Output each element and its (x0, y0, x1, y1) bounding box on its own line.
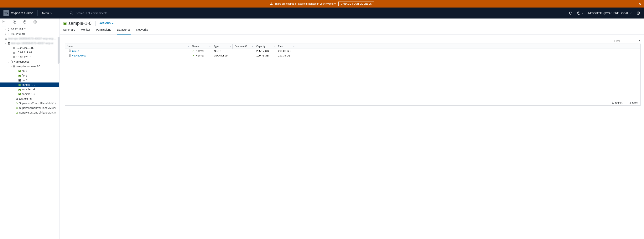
user-menu[interactable]: Administrator@VSPHERE.LOCAL (588, 12, 632, 15)
chevron-down-icon[interactable]: ⌄ (273, 45, 275, 47)
grid-empty-space (65, 58, 640, 100)
host-icon: ▯ (7, 28, 10, 31)
help-button[interactable] (577, 11, 583, 15)
filter-row (65, 39, 640, 43)
chevron-down-icon[interactable]: ⌄ (2, 37, 4, 40)
inventory-nav-tabs (0, 19, 60, 26)
refresh-button[interactable] (569, 11, 572, 15)
feedback-button[interactable] (636, 11, 640, 15)
col-type[interactable]: Type⌄ (212, 44, 233, 49)
host-warn-icon: ▯ (12, 46, 16, 49)
vm-icon: ⧉ (15, 102, 18, 105)
chevron-down-icon[interactable]: ⌄ (188, 45, 189, 47)
tree-pod[interactable]: ▣fio-2 (0, 78, 59, 83)
tree-namespaces[interactable]: ⌄◯Namespaces (0, 59, 59, 64)
search-icon (70, 11, 73, 15)
chevron-down-icon (112, 22, 114, 25)
tab-permissions[interactable]: Permissions (96, 28, 111, 35)
nav-hosts-clusters[interactable] (2, 18, 6, 27)
check-icon: ✓ (192, 54, 194, 57)
tab-networks[interactable]: Networks (136, 28, 148, 35)
tab-monitor[interactable]: Monitor (81, 28, 90, 35)
datastore-link[interactable]: vSANDirect (72, 54, 86, 57)
col-spacer (296, 44, 640, 49)
vm-icon: ⧉ (15, 111, 18, 114)
col-status[interactable]: Status⌄ (190, 44, 212, 49)
pod-icon: ▣ (63, 21, 67, 26)
tree-host[interactable]: ▯10.92.119.61 (0, 50, 59, 55)
search-wrap (70, 11, 569, 15)
chevron-right-icon[interactable]: › (4, 33, 7, 35)
tree-pod[interactable]: ▣sample-1-1 (0, 87, 59, 92)
actions-menu[interactable]: ACTIONS (99, 22, 114, 25)
export-button[interactable]: Export (611, 101, 622, 104)
datacenter-icon: ▦ (7, 42, 10, 45)
menu-label: Menu (42, 12, 49, 15)
tree-pod[interactable]: ▣sample-1-2 (0, 92, 59, 96)
svg-point-6 (637, 12, 640, 15)
item-count: 2 items (630, 101, 638, 104)
col-name[interactable]: Name↑⌄ (65, 44, 190, 49)
close-icon[interactable]: ✕ (638, 2, 641, 6)
pod-icon: ▣ (18, 83, 21, 86)
grid-header: Name↑⌄ Status⌄ Type⌄ Datastore Cl...⌄ Ca… (65, 44, 640, 49)
search-input[interactable] (76, 12, 153, 15)
chevron-down-icon (630, 12, 632, 14)
object-tabs: Summary Monitor Permissions Datastores N… (60, 28, 644, 35)
tree-vm[interactable]: ⧉SupervisorControlPlaneVM (2) (0, 106, 59, 110)
host-warn-icon: ▯ (12, 56, 16, 59)
title-bar: ▣ sample-1-0 ACTIONS (60, 19, 644, 28)
manage-licenses-button[interactable]: Manage Your Licenses (338, 2, 374, 6)
nav-vms-templates[interactable] (12, 19, 16, 26)
inventory-tree: ›▯10.92.124.41 ›▯10.92.96.94 ⌄▤test-vpx-… (0, 26, 60, 239)
tree-host[interactable]: ▯10.92.126.7 (0, 55, 59, 59)
filter-icon[interactable] (638, 39, 640, 43)
scrollbar[interactable] (58, 37, 60, 64)
tree-namespace[interactable]: ⊞test-ext-ns (0, 96, 59, 101)
table-row[interactable]: 🗄nfs0-1 ✓Normal NFS 3 295.17 GB 263.03 G… (65, 49, 640, 53)
chevron-right-icon[interactable]: › (4, 28, 7, 31)
nav-networking[interactable] (33, 19, 37, 26)
col-capacity[interactable]: Capacity⌄ (254, 44, 276, 49)
col-datastore-cluster[interactable]: Datastore Cl...⌄ (233, 44, 254, 49)
nav-storage[interactable] (22, 19, 27, 26)
svg-point-8 (638, 13, 639, 13)
check-icon: ✓ (192, 50, 194, 53)
table-row[interactable]: 🗄vSANDirect ✓Normal vSAN Direct 199.75 G… (65, 53, 640, 58)
tab-content: Name↑⌄ Status⌄ Type⌄ Datastore Cl...⌄ Ca… (60, 35, 644, 239)
app-header: vm vSphere Client Menu Administrator@VSP… (0, 8, 644, 19)
chevron-down-icon (582, 12, 583, 14)
chevron-down-icon[interactable]: ⌄ (230, 45, 231, 47)
tree-host[interactable]: ›▯10.92.124.41 (0, 27, 59, 32)
tree-namespace[interactable]: ⌄⊞sample-domain-c85 (0, 64, 59, 69)
client-name: vSphere Client (11, 11, 33, 15)
chevron-down-icon[interactable]: ⌄ (4, 42, 7, 45)
col-free[interactable]: Free⌄ (276, 44, 296, 49)
tree-host[interactable]: ▯10.92.102.115 (0, 46, 59, 50)
chevron-down-icon[interactable]: ⌄ (252, 45, 253, 47)
tree-pod[interactable]: ▣fio-0 (0, 69, 59, 73)
filter-input[interactable] (614, 39, 635, 43)
tree-vm[interactable]: ⧉SupervisorControlPlaneVM (1) (0, 101, 59, 106)
tree-pod[interactable]: ▣fio-1 (0, 73, 59, 78)
page-title: ▣ sample-1-0 (63, 21, 92, 26)
tree-host[interactable]: ›▯10.92.96.94 (0, 32, 59, 36)
tab-datastores[interactable]: Datastores (117, 28, 130, 35)
tab-summary[interactable]: Summary (63, 28, 75, 35)
user-label: Administrator@VSPHERE.LOCAL (588, 12, 628, 15)
pod-icon: ▣ (18, 79, 21, 82)
chevron-down-icon[interactable]: ⌄ (209, 45, 211, 47)
tree-pod-selected[interactable]: ▣sample-1-0 (0, 83, 59, 87)
chevron-down-icon[interactable]: ⌄ (10, 65, 12, 68)
chevron-down-icon[interactable]: ⌄ (293, 45, 295, 47)
host-warn-icon: ▯ (12, 51, 16, 54)
menu-button[interactable]: Menu (42, 12, 52, 15)
tree-datacenter[interactable]: ⌄▦test-vpx-1608584570-40037-wcp-w (0, 41, 59, 46)
pod-icon: ▣ (18, 74, 21, 77)
tree-vm[interactable]: ⧉SupervisorControlPlaneVM (3) (0, 110, 59, 115)
datastore-link[interactable]: nfs0-1 (72, 50, 80, 52)
grid-footer: Export 2 items (65, 100, 640, 105)
namespace-icon: ◯ (10, 60, 13, 63)
tree-vcenter[interactable]: ⌄▤test-vpx-1608584570-40037-wcp-wcp… (0, 36, 59, 41)
chevron-down-icon[interactable]: ⌄ (7, 61, 10, 63)
